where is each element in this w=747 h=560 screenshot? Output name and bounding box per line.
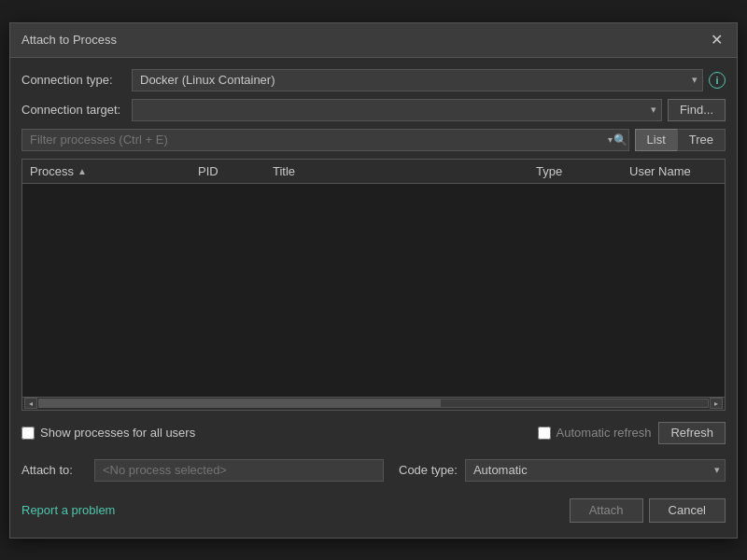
action-row: Report a problem Attach Cancel: [21, 493, 726, 526]
scroll-right-arrow[interactable]: ▸: [710, 398, 723, 409]
horizontal-scrollbar[interactable]: ◂ ▸: [22, 397, 725, 410]
table-body: [22, 184, 725, 397]
connection-target-label: Connection target:: [21, 103, 124, 117]
tree-view-button[interactable]: Tree: [677, 129, 726, 151]
list-view-button[interactable]: List: [635, 129, 677, 151]
scroll-thumb: [39, 399, 441, 407]
search-dropdown-arrow-icon[interactable]: ▾: [608, 134, 613, 145]
col-pid-label: PID: [198, 164, 218, 178]
connection-type-row: Connection type: Docker (Linux Container…: [21, 69, 726, 91]
find-button[interactable]: Find...: [668, 99, 726, 121]
cancel-button[interactable]: Cancel: [649, 498, 726, 523]
col-header-title[interactable]: Title: [265, 162, 529, 180]
info-icon[interactable]: i: [709, 72, 726, 89]
bottom-row: Show processes for all users Automatic r…: [21, 418, 726, 448]
col-header-process[interactable]: Process ▲: [22, 162, 190, 180]
scroll-track[interactable]: [38, 399, 709, 408]
close-button[interactable]: ✕: [707, 31, 726, 49]
auto-refresh-text: Automatic refresh: [557, 426, 652, 440]
dialog-title: Attach to Process: [21, 33, 117, 47]
auto-refresh-section: Automatic refresh Refresh: [538, 422, 726, 444]
auto-refresh-checkbox[interactable]: [538, 427, 551, 440]
dialog-body: Connection type: Docker (Linux Container…: [10, 58, 737, 538]
attach-to-process-dialog: Attach to Process ✕ Connection type: Doc…: [9, 22, 738, 539]
sort-arrow-icon: ▲: [78, 166, 87, 176]
connection-target-select-wrapper: [132, 99, 662, 121]
connection-target-select[interactable]: [132, 99, 662, 121]
code-type-label: Code type:: [399, 463, 458, 477]
auto-refresh-label[interactable]: Automatic refresh: [538, 426, 652, 440]
refresh-button[interactable]: Refresh: [658, 422, 726, 444]
connection-type-select-wrapper: Docker (Linux Container) Default SSH: [132, 69, 703, 91]
code-type-select[interactable]: Automatic Managed (.NET) Native Script: [465, 459, 726, 482]
col-header-username[interactable]: User Name: [622, 162, 725, 180]
attach-row: Attach to: Code type: Automatic Managed …: [21, 455, 726, 485]
col-header-type[interactable]: Type: [529, 162, 622, 180]
connection-target-container: Find...: [132, 99, 726, 121]
attach-to-label: Attach to:: [21, 463, 87, 477]
title-bar: Attach to Process ✕: [10, 23, 737, 58]
col-type-label: Type: [536, 164, 562, 178]
filter-row: ▾ 🔍 List Tree: [21, 129, 726, 151]
connection-type-select[interactable]: Docker (Linux Container) Default SSH: [132, 69, 703, 91]
col-username-label: User Name: [629, 164, 691, 178]
code-type-select-wrapper: Automatic Managed (.NET) Native Script: [465, 459, 726, 482]
report-problem-link[interactable]: Report a problem: [21, 503, 115, 517]
show-all-users-checkbox[interactable]: [21, 427, 35, 440]
col-header-pid[interactable]: PID: [190, 162, 265, 180]
connection-type-container: Docker (Linux Container) Default SSH i: [132, 69, 726, 91]
scroll-left-arrow[interactable]: ◂: [24, 398, 37, 409]
attach-to-input[interactable]: [94, 459, 384, 482]
connection-type-label: Connection type:: [21, 73, 124, 87]
process-table: Process ▲ PID Title Type User Name: [21, 159, 726, 411]
connection-target-row: Connection target: Find...: [21, 99, 726, 121]
search-icon: 🔍: [613, 133, 627, 147]
filter-input[interactable]: [21, 129, 629, 151]
show-all-users-label[interactable]: Show processes for all users: [21, 426, 195, 440]
show-all-users-text: Show processes for all users: [40, 426, 195, 440]
action-buttons: Attach Cancel: [570, 498, 726, 523]
col-process-label: Process: [30, 164, 74, 178]
table-header: Process ▲ PID Title Type User Name: [22, 160, 725, 184]
col-title-label: Title: [273, 164, 295, 178]
attach-button[interactable]: Attach: [570, 498, 643, 523]
filter-input-wrapper: ▾ 🔍: [21, 129, 629, 151]
view-buttons: List Tree: [635, 129, 726, 151]
